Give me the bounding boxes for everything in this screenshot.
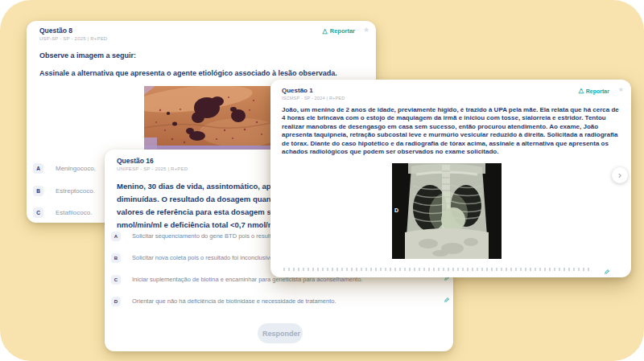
option-letter-chip: B [111,253,121,263]
edit-pencil-icon[interactable]: ✎ [444,297,450,305]
report-button[interactable]: △ Reportar [579,88,609,94]
option-label: Meningococo. [56,165,96,172]
report-flag-icon: △ [323,28,328,35]
chevron-right-icon: › [618,170,621,180]
option-label: Orientar que não há deficiência de bioti… [132,297,440,305]
prompt-line: João, um menino de 2 anos de idade, prev… [282,106,623,114]
prompt-line: de tórax. Diante do caso hipotético e da… [282,140,623,148]
prompt-line: achados radiológicos que podem ser obser… [282,148,623,156]
next-question-button[interactable]: › [612,167,628,183]
prompt-line: apresenta taquipneia, retração subcostal… [282,131,623,139]
question-title: Questão 16 [117,157,154,165]
skin-lesion-image [144,86,270,153]
question-card-1: Questão 1 ISCMSP - SP - 2024 | R+PED △ R… [270,80,631,277]
question-prompt: João, um menino de 2 anos de idade, prev… [282,106,623,156]
answer-option-a[interactable]: A Meningococo. [33,163,96,174]
favorite-star-icon[interactable]: ★ [618,86,624,93]
option-letter-chip: B [33,186,43,196]
option-letter-chip: D [111,297,121,306]
question-source: UNIFESP - SP - 2025 | R+PED [117,166,188,171]
chest-xray-image: D [392,163,502,259]
edit-pencil-icon[interactable]: ✎ [604,269,610,277]
xray-side-marker: D [394,207,398,213]
question-title: Questão 8 [39,27,72,35]
report-label: Reportar [586,88,609,94]
report-flag-icon: △ [579,88,584,94]
favorite-star-icon[interactable]: ★ [363,26,369,34]
option-letter-chip: A [111,232,121,241]
option-letter-chip: C [111,275,121,285]
answer-option-c[interactable]: C Estafilococo. [33,207,92,218]
answer-option-b[interactable]: B Estreptococo. [33,186,95,196]
option-label: Estafilococo. [56,209,92,216]
report-label: Reportar [330,27,355,35]
answer-option-d[interactable]: D Orientar que não há deficiência de bio… [111,296,450,306]
report-button[interactable]: △ Reportar [323,27,355,35]
question-source: USP-SP - SP - 2025 | R+PED [39,36,107,41]
question-title: Questão 1 [282,87,313,94]
question-prompt: Observe a imagem a seguir: [39,51,136,59]
option-letter-chip: A [33,163,43,174]
option-letter-chip: C [33,207,43,218]
clipped-option-row[interactable] [283,268,589,271]
option-label: Estreptococo. [56,187,95,195]
answer-button[interactable]: Responder [258,323,303,343]
prompt-line: realizar manobras de desengasgo em casa … [282,123,623,131]
question-source: ISCMSP - SP - 2024 | R+PED [282,96,345,101]
question-prompt: Assinale a alternativa que apresenta o a… [39,69,337,77]
prompt-line: 4 horas ele brincava com o estojo de maq… [282,114,623,122]
